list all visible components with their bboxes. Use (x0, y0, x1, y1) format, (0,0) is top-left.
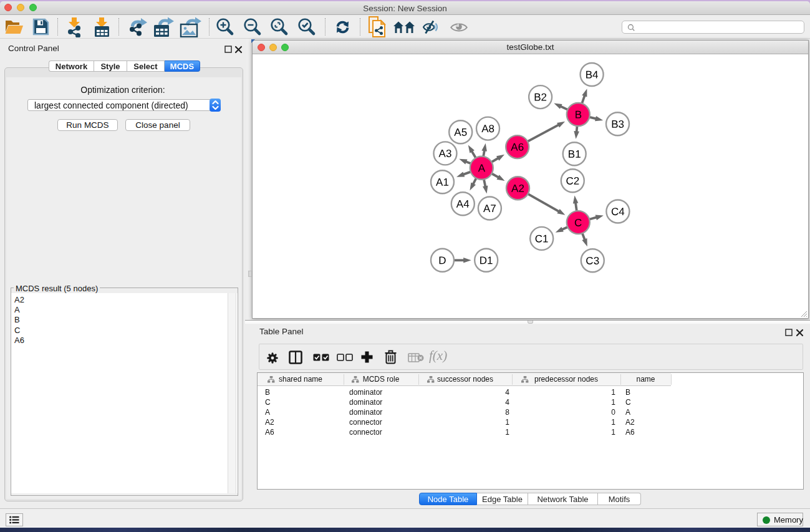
svg-text:B3: B3 (611, 118, 624, 130)
svg-text:B: B (575, 109, 582, 121)
svg-text:A7: A7 (483, 203, 496, 215)
svg-text:B4: B4 (586, 69, 599, 81)
svg-text:A5: A5 (454, 127, 467, 138)
svg-text:C1: C1 (535, 233, 549, 244)
svg-text:C3: C3 (586, 255, 599, 267)
svg-text:A8: A8 (481, 123, 494, 135)
svg-text:A3: A3 (439, 148, 452, 160)
svg-text:A6: A6 (511, 142, 524, 153)
svg-text:C4: C4 (611, 206, 625, 218)
svg-text:D: D (438, 254, 446, 266)
svg-text:A1: A1 (436, 177, 449, 188)
svg-text:C2: C2 (566, 175, 579, 187)
svg-text:B2: B2 (534, 92, 547, 104)
svg-text:A4: A4 (456, 198, 470, 210)
svg-text:B1: B1 (568, 148, 581, 160)
svg-text:D1: D1 (480, 254, 493, 266)
svg-text:C: C (574, 217, 582, 229)
svg-text:A2: A2 (511, 183, 524, 195)
svg-text:A: A (478, 162, 486, 174)
